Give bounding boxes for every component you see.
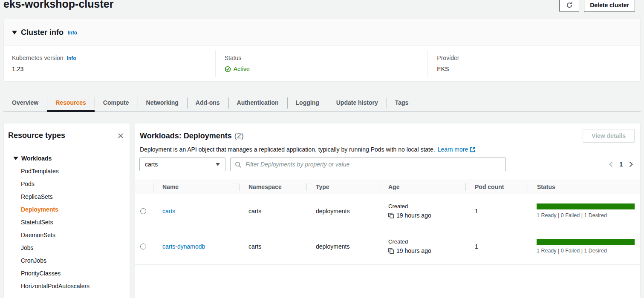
delete-cluster-button[interactable]: Delete cluster — [584, 0, 635, 12]
deployment-name-link[interactable]: carts — [162, 208, 175, 215]
chevron-down-icon — [216, 163, 220, 166]
namespace-cell: carts — [239, 228, 306, 264]
provider-field: Provider EKS — [427, 50, 640, 77]
column-pod-count: Pod count — [465, 180, 528, 194]
close-icon[interactable] — [118, 133, 124, 139]
collapse-triangle-icon[interactable] — [12, 31, 17, 34]
type-cell: deployments — [306, 194, 379, 228]
copy-icon — [388, 248, 394, 254]
sidebar-list: Workloads PodTemplates Pods ReplicaSets … — [8, 152, 130, 292]
search-box — [230, 158, 506, 171]
cluster-info-panel: Cluster info Info Kubernetes versionInfo… — [3, 19, 641, 82]
deployments-title: Workloads: Deployments — [140, 132, 232, 140]
provider-label: Provider — [437, 54, 632, 61]
sidebar-item-daemonsets[interactable]: DaemonSets — [8, 229, 130, 241]
age-cell: Created 19 hours ago — [379, 194, 465, 228]
pod-count-cell: 1 — [465, 194, 528, 228]
tab-networking[interactable]: Networking — [138, 95, 187, 112]
previous-page-button[interactable] — [608, 161, 614, 168]
tab-bar: Overview Resources Compute Networking Ad… — [3, 95, 641, 112]
sidebar-item-priorityclasses[interactable]: PriorityClasses — [8, 267, 130, 280]
sidebar-group-workloads[interactable]: Workloads — [8, 152, 130, 165]
cluster-info-title: Cluster info — [21, 28, 64, 37]
tab-add-ons[interactable]: Add-ons — [187, 95, 228, 112]
sidebar-title: Resource types — [8, 131, 65, 140]
cluster-info-header[interactable]: Cluster info Info — [4, 19, 640, 46]
tab-compute[interactable]: Compute — [95, 95, 138, 112]
status-text: 1 Ready | 0 Failed | 1 Desired — [537, 248, 635, 254]
learn-more-link[interactable]: Learn more — [438, 146, 468, 153]
tab-update-history[interactable]: Update history — [328, 95, 387, 112]
provider-value: EKS — [437, 66, 632, 72]
current-page[interactable]: 1 — [619, 161, 623, 168]
tab-overview[interactable]: Overview — [3, 95, 47, 112]
status-text: 1 Ready | 0 Failed | 1 Desired — [537, 212, 635, 218]
tab-tags[interactable]: Tags — [387, 95, 417, 112]
deployments-count: (2) — [234, 132, 244, 140]
next-page-button[interactable] — [628, 161, 634, 168]
column-type: Type — [306, 180, 379, 194]
view-details-button[interactable]: View details — [583, 129, 635, 143]
filter-dropdown[interactable]: carts — [139, 158, 225, 171]
cluster-info-info-link[interactable]: Info — [68, 30, 77, 36]
pod-count-cell: 1 — [465, 228, 528, 264]
status-cell: 1 Ready | 0 Failed | 1 Desired — [528, 228, 640, 264]
sidebar-item-horizontalpodautoscalers[interactable]: HorizontalPodAutoscalers — [8, 280, 130, 292]
namespace-cell: carts — [239, 194, 306, 228]
refresh-button[interactable] — [559, 0, 579, 12]
kubernetes-version-value: 1.23 — [12, 66, 207, 72]
column-namespace: Namespace — [239, 180, 306, 194]
pagination: 1 — [608, 161, 634, 168]
group-collapse-triangle-icon — [13, 157, 18, 160]
row-radio-button[interactable] — [140, 208, 146, 214]
header-actions: Delete cluster — [559, 0, 635, 12]
table-row: carts-dynamodb carts deployments Created… — [135, 228, 640, 265]
status-label: Status — [225, 54, 419, 61]
sidebar-item-pods[interactable]: Pods — [8, 178, 130, 190]
sidebar-item-cronjobs[interactable]: CronJobs — [8, 254, 130, 267]
column-age: Age — [379, 180, 465, 194]
refresh-icon — [566, 2, 573, 9]
column-status: Status — [528, 180, 640, 194]
table-header-row: Name Namespace Type Age Pod count Status — [135, 180, 640, 194]
status-cell: 1 Ready | 0 Failed | 1 Desired — [528, 194, 640, 228]
external-link-icon — [470, 146, 476, 152]
cluster-info-body: Kubernetes versionInfo 1.23 Status Activ… — [4, 46, 640, 81]
kubernetes-version-field: Kubernetes versionInfo 1.23 — [4, 50, 215, 77]
column-name: Name — [153, 180, 239, 194]
deployments-panel: Workloads: Deployments(2) View details D… — [135, 123, 641, 298]
kubernetes-version-info-link[interactable]: Info — [67, 55, 76, 61]
search-input[interactable] — [245, 160, 501, 168]
sidebar-item-statefulsets[interactable]: StatefulSets — [8, 216, 130, 229]
status-bar — [537, 203, 635, 209]
type-cell: deployments — [306, 228, 379, 264]
status-value: Active — [225, 66, 419, 72]
check-circle-icon — [225, 66, 231, 72]
deployment-name-link[interactable]: carts-dynamodb — [162, 243, 205, 250]
sidebar-item-replicasets[interactable]: ReplicaSets — [8, 190, 130, 203]
tab-authentication[interactable]: Authentication — [228, 95, 287, 112]
tab-logging[interactable]: Logging — [287, 95, 328, 112]
sidebar-item-podtemplates[interactable]: PodTemplates — [8, 165, 130, 178]
page-title: eks-workshop-cluster — [3, 0, 113, 10]
resource-types-sidebar: Resource types Workloads PodTemplates Po… — [3, 123, 130, 298]
search-icon — [235, 161, 241, 168]
kubernetes-version-label: Kubernetes versionInfo — [12, 54, 207, 61]
tab-resources[interactable]: Resources — [47, 95, 95, 112]
page-header: eks-workshop-cluster Delete cluster — [0, 0, 644, 19]
deployments-description: Deployment is an API object that manages… — [135, 146, 640, 153]
copy-icon — [388, 213, 394, 218]
deployments-table: Name Namespace Type Age Pod count Status… — [135, 180, 640, 265]
select-all-column — [135, 180, 153, 194]
sidebar-item-deployments[interactable]: Deployments — [8, 203, 130, 216]
row-radio-button[interactable] — [140, 244, 146, 249]
status-field: Status Active — [215, 50, 428, 77]
status-bar — [537, 239, 635, 245]
table-row: carts carts deployments Created 19 hours… — [135, 194, 640, 228]
age-cell: Created 19 hours ago — [379, 228, 465, 264]
content-area: Resource types Workloads PodTemplates Po… — [3, 123, 641, 298]
sidebar-item-jobs[interactable]: Jobs — [8, 241, 130, 254]
